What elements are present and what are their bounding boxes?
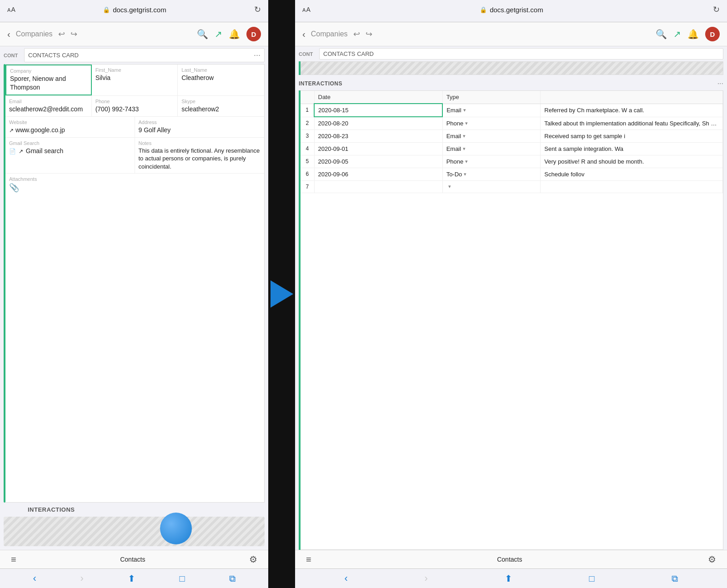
left-lastname-value: Cleatherow bbox=[181, 74, 261, 82]
left-redo-button[interactable]: ↪ bbox=[70, 29, 77, 39]
row-6-type[interactable]: To-Do ▾ bbox=[442, 168, 541, 181]
left-url-text[interactable]: docs.getgrist.com bbox=[113, 6, 166, 14]
row-1-type[interactable]: Email ▾ bbox=[442, 104, 541, 117]
row-5-date[interactable]: 2020-09-05 bbox=[314, 155, 442, 168]
left-email-field[interactable]: Email scleatherow2@reddit.com bbox=[5, 96, 92, 116]
row-5-num: 5 bbox=[301, 155, 314, 168]
right-interactions-header-section: INTERACTIONS ··· bbox=[295, 77, 727, 90]
left-gmail-field[interactable]: Gmail Search 📄 ↗ Gmail search bbox=[5, 138, 135, 174]
left-tab-label[interactable]: Contacts bbox=[120, 556, 145, 563]
left-safari-share-button[interactable]: ⬆ bbox=[128, 573, 135, 584]
play-arrow-icon bbox=[271, 280, 293, 308]
row-4-dropdown-icon[interactable]: ▾ bbox=[463, 146, 466, 152]
right-interactions-header: INTERACTIONS ··· bbox=[299, 78, 723, 90]
row-5-dropdown-icon[interactable]: ▾ bbox=[465, 159, 468, 164]
left-firstname-field[interactable]: First_Name Silvia bbox=[92, 65, 178, 95]
left-lastname-field[interactable]: Last_Name Cleatherow bbox=[178, 65, 264, 95]
right-search-icon[interactable]: 🔍 bbox=[656, 29, 667, 40]
left-phone-value: (700) 992-7433 bbox=[95, 105, 174, 114]
row-1-date[interactable]: 2020-08-15 bbox=[314, 104, 442, 117]
right-url-text[interactable]: docs.getgrist.com bbox=[490, 6, 543, 14]
left-card-row-2: Email scleatherow2@reddit.com Phone (700… bbox=[5, 96, 264, 117]
row-7-date[interactable] bbox=[314, 181, 442, 193]
right-share-icon[interactable]: ↗ bbox=[673, 29, 681, 40]
row-3-date[interactable]: 2020-08-23 bbox=[314, 130, 442, 143]
right-safari-tabs-button[interactable]: ⧉ bbox=[672, 573, 678, 584]
left-notes-label: Notes bbox=[139, 140, 261, 146]
left-skype-field[interactable]: Skype scleatherow2 bbox=[178, 96, 264, 116]
right-safari-share-button[interactable]: ⬆ bbox=[505, 573, 512, 584]
row-7-type[interactable]: ▾ bbox=[442, 181, 541, 193]
left-aa-large: A bbox=[11, 6, 15, 13]
left-undo-button[interactable]: ↩ bbox=[58, 29, 65, 39]
left-firstname-label: First_Name bbox=[95, 67, 174, 73]
left-interactions-hatched bbox=[4, 517, 265, 546]
row-2-date[interactable]: 2020-08-20 bbox=[314, 117, 442, 130]
right-safari-bookmarks-button[interactable]: □ bbox=[589, 573, 595, 584]
col-type-header[interactable]: Type bbox=[442, 91, 541, 104]
right-tab-label[interactable]: Contacts bbox=[497, 556, 522, 563]
row-2-num: 2 bbox=[301, 117, 314, 130]
right-bell-icon[interactable]: 🔔 bbox=[687, 29, 699, 40]
col-date-header[interactable]: Date bbox=[314, 91, 442, 104]
left-attachments-label: Attachments bbox=[9, 176, 261, 182]
row-4-notes: Sent a sample integration. Wa bbox=[541, 143, 723, 155]
left-reload-button[interactable]: ↻ bbox=[254, 5, 261, 15]
right-nav-left: ‹ Companies ↩ ↪ bbox=[302, 29, 372, 40]
left-company-field[interactable]: Company Sporer, Nienow and Thompson bbox=[5, 65, 92, 95]
table-row: 2 2020-08-20 Phone ▾ Talked about th imp… bbox=[301, 117, 723, 130]
left-website-label: Website bbox=[9, 120, 131, 125]
row-7-num: 7 bbox=[301, 181, 314, 193]
row-1-dropdown-icon[interactable]: ▾ bbox=[463, 107, 466, 113]
left-notes-field[interactable]: Notes This data is entirely fictional. A… bbox=[135, 138, 265, 174]
left-back-button[interactable]: ‹ bbox=[7, 29, 10, 40]
left-card-more-button[interactable]: ··· bbox=[254, 50, 261, 60]
left-notes-value: This data is entirely fictional. Any res… bbox=[139, 147, 261, 171]
left-avatar[interactable]: D bbox=[246, 27, 261, 41]
left-phone-field[interactable]: Phone (700) 992-7433 bbox=[92, 96, 178, 116]
right-safari-forward-button[interactable]: › bbox=[425, 573, 428, 584]
row-2-dropdown-icon[interactable]: ▾ bbox=[465, 120, 468, 126]
table-row: 1 2020-08-15 Email ▾ Referred by Ch mark… bbox=[301, 104, 723, 117]
row-3-dropdown-icon[interactable]: ▾ bbox=[463, 133, 466, 139]
left-gear-icon[interactable]: ⚙ bbox=[249, 554, 257, 565]
left-search-icon[interactable]: 🔍 bbox=[197, 29, 208, 40]
right-reload-button[interactable]: ↻ bbox=[713, 5, 720, 15]
left-attachments-field[interactable]: Attachments 📎 bbox=[5, 174, 264, 196]
left-lastname-label: Last_Name bbox=[181, 67, 261, 73]
left-card-title: CONTACTS Card bbox=[28, 52, 79, 59]
left-skype-label: Skype bbox=[181, 99, 261, 104]
row-6-dropdown-icon[interactable]: ▾ bbox=[464, 171, 466, 177]
left-address-field[interactable]: Address 9 Golf Alley bbox=[135, 117, 265, 137]
right-safari-back-button[interactable]: ‹ bbox=[344, 573, 347, 584]
left-blue-circle[interactable] bbox=[160, 513, 192, 544]
right-back-button[interactable]: ‹ bbox=[302, 29, 306, 40]
right-safari-aa[interactable]: A A bbox=[302, 6, 310, 13]
row-6-date[interactable]: 2020-09-06 bbox=[314, 168, 442, 181]
left-menu-icon[interactable]: ≡ bbox=[11, 554, 16, 565]
row-4-type[interactable]: Email ▾ bbox=[442, 143, 541, 155]
right-redo-button[interactable]: ↪ bbox=[366, 29, 372, 39]
left-website-field[interactable]: Website ↗ www.google.co.jp bbox=[5, 117, 135, 137]
right-undo-button[interactable]: ↩ bbox=[353, 29, 360, 39]
left-contacts-card-header: CONTACTS Card ··· bbox=[24, 48, 265, 62]
left-safari-back-button[interactable]: ‹ bbox=[33, 573, 36, 584]
right-avatar[interactable]: D bbox=[705, 27, 720, 41]
right-bottom-tab-bar: ≡ Contacts ⚙ bbox=[295, 550, 727, 568]
left-safari-bookmarks-button[interactable]: □ bbox=[180, 573, 185, 584]
left-share-icon[interactable]: ↗ bbox=[215, 29, 222, 40]
right-menu-icon[interactable]: ≡ bbox=[306, 554, 311, 565]
row-7-dropdown-icon[interactable]: ▾ bbox=[448, 184, 451, 189]
row-2-type[interactable]: Phone ▾ bbox=[442, 117, 541, 130]
row-5-type[interactable]: Phone ▾ bbox=[442, 155, 541, 168]
row-4-date[interactable]: 2020-09-01 bbox=[314, 143, 442, 155]
row-3-type[interactable]: Email ▾ bbox=[442, 130, 541, 143]
left-bell-icon[interactable]: 🔔 bbox=[229, 29, 240, 40]
right-gear-icon[interactable]: ⚙ bbox=[708, 554, 716, 565]
left-safari-tabs-button[interactable]: ⧉ bbox=[229, 573, 236, 584]
left-nav-left: ‹ Companies ↩ ↪ bbox=[7, 29, 77, 40]
left-safari-aa[interactable]: A A bbox=[7, 6, 15, 13]
row-4-num: 4 bbox=[301, 143, 314, 155]
right-interactions-more-button[interactable]: ··· bbox=[717, 80, 723, 88]
left-safari-forward-button[interactable]: › bbox=[80, 573, 84, 584]
